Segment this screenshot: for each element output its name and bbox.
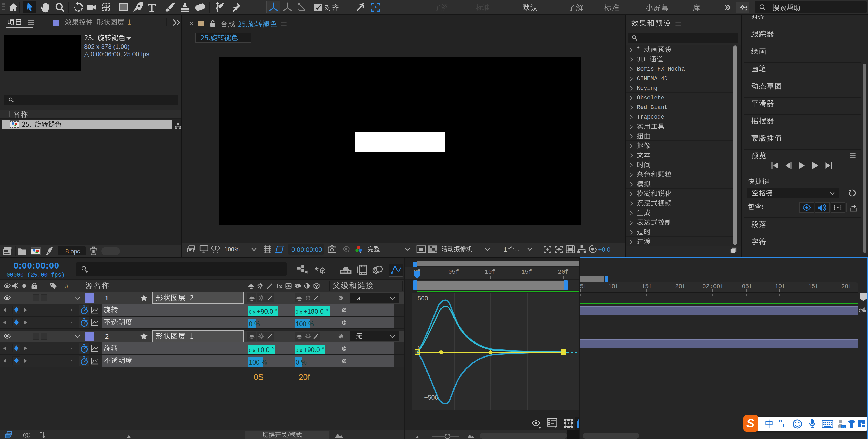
svg-text:19: 19 bbox=[842, 425, 845, 428]
